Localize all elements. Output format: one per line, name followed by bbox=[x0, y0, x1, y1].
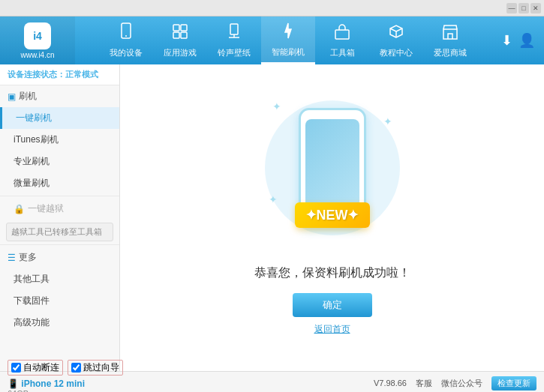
sparkle-icon-3: ✦ bbox=[269, 193, 278, 205]
nav-toolbox-label: 工具箱 bbox=[330, 47, 355, 58]
sidebar-section-more: ☰ 更多 bbox=[0, 247, 119, 268]
sidebar-item-one-click[interactable]: 一键刷机 bbox=[0, 107, 119, 129]
sidebar-item-pro-flash[interactable]: 专业刷机 bbox=[0, 151, 119, 172]
bottom-combined: 自动断连 跳过向导 📱 iPhone 12 mini 64GB Down-12m… bbox=[0, 371, 544, 392]
nav-ringtone[interactable]: 铃声壁纸 bbox=[207, 16, 261, 64]
nav-my-device-label: 我的设备 bbox=[110, 47, 143, 58]
close-button[interactable]: ✕ bbox=[530, 3, 541, 13]
content-area: ✦NEW✦ ✦ ✦ ✦ 恭喜您，保资料刷机成功啦！ 确定 返回首页 bbox=[120, 64, 544, 371]
minimize-button[interactable]: — bbox=[506, 3, 517, 13]
sidebar-flash-label: 刷机 bbox=[19, 90, 37, 103]
sidebar: 设备连接状态：正常模式 ▣ 刷机 一键刷机 iTunes刷机 专业刷机 微量刷机… bbox=[0, 64, 120, 371]
nav-smart-flash[interactable]: 智能刷机 bbox=[261, 16, 315, 64]
bottom-right: V7.98.66 客服 微信公众号 检查更新 bbox=[374, 376, 536, 391]
svg-rect-3 bbox=[181, 25, 187, 31]
svg-rect-7 bbox=[335, 30, 349, 39]
checkboxes-row: 自动断连 跳过向导 bbox=[8, 360, 123, 376]
device-name: iPhone 12 mini bbox=[21, 379, 85, 389]
maximize-button[interactable]: □ bbox=[518, 3, 529, 13]
nav-app-game-label: 应用游戏 bbox=[164, 47, 197, 58]
flash-nav-icon bbox=[279, 22, 297, 43]
sidebar-more-label: 更多 bbox=[19, 251, 37, 264]
check-update-button[interactable]: 检查更新 bbox=[491, 376, 536, 391]
nav-store-label: 爱思商城 bbox=[434, 47, 467, 58]
bottom-left-content: 自动断连 跳过向导 📱 iPhone 12 mini 64GB Down-12m… bbox=[8, 360, 123, 393]
flash-section-icon: ▣ bbox=[8, 91, 16, 102]
status-label: 设备连接状态： bbox=[8, 70, 65, 79]
svg-rect-2 bbox=[173, 25, 179, 31]
sidebar-item-other-tools[interactable]: 其他工具 bbox=[0, 268, 119, 290]
nav-tutorial[interactable]: 教程中心 bbox=[369, 16, 423, 64]
titlebar: — □ ✕ bbox=[0, 0, 544, 16]
success-illustration: ✦NEW✦ ✦ ✦ ✦ bbox=[265, 100, 400, 250]
user-icon[interactable]: 👤 bbox=[518, 32, 535, 49]
skip-wizard-text: 跳过向导 bbox=[83, 361, 119, 374]
device-info: 📱 iPhone 12 mini 64GB Down-12mini-13,1 bbox=[8, 379, 123, 393]
sidebar-item-download-firmware[interactable]: 下载固件 bbox=[0, 290, 119, 312]
skip-wizard-label[interactable]: 跳过向导 bbox=[68, 360, 123, 376]
toolbox-nav-icon bbox=[333, 22, 351, 44]
more-section-icon: ☰ bbox=[8, 253, 16, 263]
sidebar-item-advanced[interactable]: 高级功能 bbox=[0, 312, 119, 334]
lock-icon: 🔒 bbox=[14, 204, 25, 214]
auto-disconnect-label[interactable]: 自动断连 bbox=[8, 360, 63, 376]
app-nav-icon bbox=[171, 22, 189, 44]
svg-rect-5 bbox=[181, 32, 187, 38]
nav-toolbox[interactable]: 工具箱 bbox=[315, 16, 369, 64]
divider-2 bbox=[0, 244, 119, 245]
version-text: V7.98.66 bbox=[374, 379, 407, 388]
wechat-link[interactable]: 微信公众号 bbox=[441, 378, 482, 389]
download-icon[interactable]: ⬇ bbox=[501, 32, 512, 49]
phone-screen bbox=[305, 119, 359, 211]
sparkle-icon-1: ✦ bbox=[272, 100, 281, 112]
nav-smart-flash-label: 智能刷机 bbox=[272, 46, 305, 58]
store-nav-icon bbox=[441, 22, 459, 44]
sparkle-icon-2: ✦ bbox=[383, 115, 392, 127]
return-link[interactable]: 返回首页 bbox=[314, 323, 350, 336]
nav-my-device[interactable]: 我的设备 bbox=[99, 16, 153, 64]
device-icon: 📱 bbox=[8, 379, 21, 389]
jailbreak-label: 一键越狱 bbox=[28, 202, 64, 215]
ringtone-nav-icon bbox=[225, 22, 243, 44]
nav-app-game[interactable]: 应用游戏 bbox=[153, 16, 207, 64]
svg-rect-6 bbox=[230, 24, 238, 34]
auto-disconnect-checkbox[interactable] bbox=[11, 363, 21, 373]
device-storage: 64GB bbox=[8, 389, 123, 393]
bottom-row1: 自动断连 跳过向导 📱 iPhone 12 mini 64GB Down-12m… bbox=[0, 372, 544, 392]
device-nav-icon bbox=[117, 22, 135, 44]
logo-text: www.i4.cn bbox=[20, 51, 54, 59]
customer-service-link[interactable]: 客服 bbox=[416, 378, 432, 389]
logo-area: i4 www.i4.cn bbox=[0, 16, 75, 64]
sidebar-item-itunes-flash[interactable]: iTunes刷机 bbox=[0, 129, 119, 151]
header-right: ⬇ 👤 bbox=[501, 32, 544, 49]
tutorial-nav-icon bbox=[387, 22, 405, 44]
success-message: 恭喜您，保资料刷机成功啦！ bbox=[254, 265, 410, 281]
svg-rect-4 bbox=[173, 32, 179, 38]
new-badge: ✦NEW✦ bbox=[295, 202, 370, 228]
skip-wizard-checkbox[interactable] bbox=[71, 363, 81, 373]
main-layout: 设备连接状态：正常模式 ▣ 刷机 一键刷机 iTunes刷机 专业刷机 微量刷机… bbox=[0, 64, 544, 371]
auto-disconnect-text: 自动断连 bbox=[23, 361, 59, 374]
nav-items: 我的设备 应用游戏 铃声壁纸 智能刷机 工具箱 bbox=[75, 16, 501, 64]
bottom-left: 自动断连 跳过向导 📱 iPhone 12 mini 64GB Down-12m… bbox=[8, 360, 374, 393]
logo-icon: i4 bbox=[24, 22, 51, 49]
status-value: 正常模式 bbox=[65, 70, 98, 79]
sidebar-item-downgrade[interactable]: 微量刷机 bbox=[0, 172, 119, 194]
nav-tutorial-label: 教程中心 bbox=[380, 47, 413, 58]
header: i4 www.i4.cn 我的设备 应用游戏 铃声壁纸 智能刷机 bbox=[0, 16, 544, 64]
confirm-button[interactable]: 确定 bbox=[293, 293, 372, 317]
device-status: 设备连接状态：正常模式 bbox=[0, 64, 119, 85]
nav-ringtone-label: 铃声壁纸 bbox=[218, 47, 251, 58]
sidebar-section-flash: ▣ 刷机 bbox=[0, 85, 119, 107]
jailbreak-notice: 越狱工具已转移至工具箱 bbox=[6, 223, 113, 241]
divider-1 bbox=[0, 196, 119, 196]
sidebar-section-jailbreak: 🔒 一键越狱 bbox=[0, 198, 119, 220]
nav-store[interactable]: 爱思商城 bbox=[423, 16, 477, 64]
